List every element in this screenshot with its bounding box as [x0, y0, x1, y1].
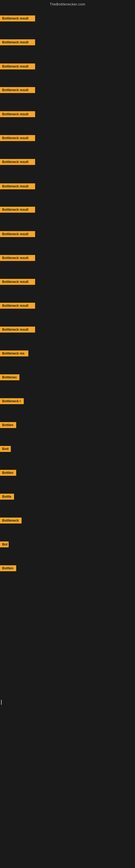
bottleneck-result-item[interactable]: Bottlen	[0, 422, 16, 428]
bottleneck-result-item[interactable]: Bottleneck result	[0, 111, 35, 117]
bottleneck-result-item[interactable]: Bottleneck result	[0, 16, 35, 22]
bottleneck-result-item[interactable]: Bottleneck result	[0, 159, 35, 165]
cursor-line	[1, 700, 2, 705]
bottleneck-result-item[interactable]: Bottleneck	[0, 518, 21, 524]
bottleneck-result-item[interactable]: Bot	[0, 541, 9, 547]
bottleneck-result-item[interactable]: Bottle	[0, 494, 14, 500]
bottleneck-result-item[interactable]: Bottleneck result	[0, 255, 35, 261]
bottleneck-result-item[interactable]: Bottleneck result	[0, 87, 35, 93]
bottleneck-result-item[interactable]: Bottlenec	[0, 374, 19, 380]
bottleneck-result-item[interactable]: Bottleneck result	[0, 279, 35, 285]
bottleneck-result-item[interactable]: Bottleneck r	[0, 398, 24, 404]
bottleneck-result-item[interactable]: Bottleneck result	[0, 63, 35, 69]
bottleneck-result-item[interactable]: Bottleneck result	[0, 207, 35, 213]
site-header: TheBottlenecker.com	[0, 0, 135, 7]
bottleneck-result-item[interactable]: Bottlen	[0, 470, 16, 476]
bottleneck-result-item[interactable]: Bottleneck result	[0, 303, 35, 309]
bottleneck-result-item[interactable]: Bottleneck result	[0, 231, 35, 237]
bottleneck-result-item[interactable]: Bottleneck result	[0, 39, 35, 45]
bottleneck-result-item[interactable]: Bottleneck res	[0, 350, 28, 356]
bottleneck-result-item[interactable]: Bott	[0, 446, 11, 452]
bottleneck-result-item[interactable]: Bottleneck result	[0, 135, 35, 141]
bottleneck-result-item[interactable]: Bottleneck result	[0, 183, 35, 189]
bottleneck-result-item[interactable]: Bottlen	[0, 565, 16, 571]
bottleneck-result-item[interactable]: Bottleneck result	[0, 327, 35, 333]
site-title: TheBottlenecker.com	[50, 2, 85, 6]
